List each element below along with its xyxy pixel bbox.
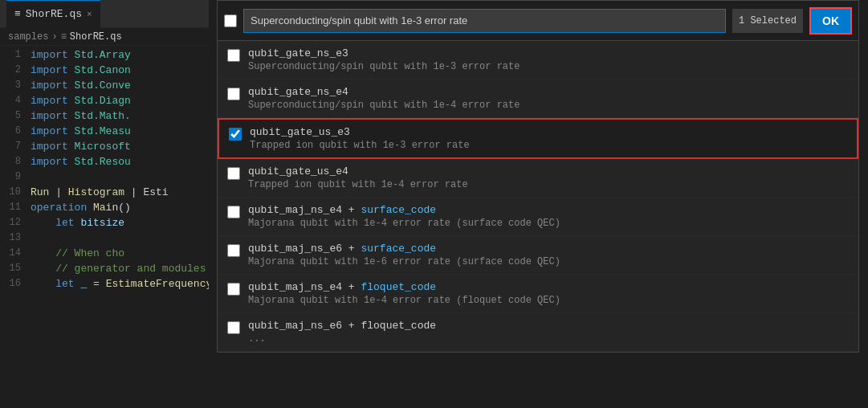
tab-close-button[interactable]: × xyxy=(87,10,92,19)
code-line: 2import Std.Canon xyxy=(0,64,209,80)
code-line: 11operation Main() xyxy=(0,202,209,217)
line-number: 16 xyxy=(0,278,31,289)
line-number: 13 xyxy=(0,232,31,243)
ok-button[interactable]: OK xyxy=(809,7,852,35)
line-content: import Std.Diagn xyxy=(31,95,131,107)
dropdown-list: qubit_gate_ns_e3Superconducting/spin qub… xyxy=(218,41,858,352)
selected-badge: 1 Selected xyxy=(732,9,803,33)
item-name: qubit_maj_ns_e4 + surface_code xyxy=(248,204,560,216)
item-content: qubit_gate_us_e3Trapped ion qubit with 1… xyxy=(250,126,470,151)
code-line: 15 // generator and modules are not co-p… xyxy=(0,263,209,278)
code-line: 10Run | Histogram | Esti xyxy=(0,186,209,202)
search-input[interactable] xyxy=(243,9,726,33)
item-name: qubit_gate_ns_e4 xyxy=(248,86,520,98)
line-number: 4 xyxy=(0,95,31,106)
line-number: 11 xyxy=(0,202,31,213)
code-line: 1import Std.Array xyxy=(0,49,209,64)
item-content: qubit_maj_ns_e4 + floquet_codeMajorana q… xyxy=(248,281,560,306)
line-number: 9 xyxy=(0,171,31,182)
line-content: import Std.Conve xyxy=(31,80,131,92)
list-item[interactable]: qubit_maj_ns_e4 + surface_codeMajorana q… xyxy=(218,198,858,236)
item-desc: Superconducting/spin qubit with 1e-3 err… xyxy=(248,61,520,72)
breadcrumb-folder: samples xyxy=(8,31,48,43)
item-desc: Majorana qubit with 1e-4 error rate (sur… xyxy=(248,218,560,229)
item-content: qubit_gate_ns_e4Superconducting/spin qub… xyxy=(248,86,520,111)
item-checkbox[interactable] xyxy=(227,321,240,334)
line-number: 2 xyxy=(0,64,31,75)
line-number: 8 xyxy=(0,156,31,167)
line-content: Run | Histogram | Esti xyxy=(31,186,169,198)
item-desc: Majorana qubit with 1e-6 error rate (sur… xyxy=(248,256,560,267)
editor-panel: ≡ ShorRE.qs × samples › ≡ ShorRE.qs 1imp… xyxy=(0,0,209,408)
code-line: 4import Std.Diagn xyxy=(0,95,209,110)
line-number: 3 xyxy=(0,80,31,91)
editor-tab[interactable]: ≡ ShorRE.qs × xyxy=(6,0,100,28)
code-line: 13 xyxy=(0,232,209,247)
item-desc: Superconducting/spin qubit with 1e-4 err… xyxy=(248,100,520,111)
tab-bar: ≡ ShorRE.qs × xyxy=(0,0,209,28)
line-number: 1 xyxy=(0,49,31,60)
code-line: 6import Std.Measu xyxy=(0,125,209,141)
item-name: qubit_maj_ns_e6 + floquet_code xyxy=(248,320,436,332)
item-name: qubit_gate_ns_e3 xyxy=(248,47,520,59)
item-checkbox[interactable] xyxy=(227,88,240,100)
item-checkbox[interactable] xyxy=(227,167,240,180)
item-name: qubit_gate_us_e4 xyxy=(248,165,468,177)
item-checkbox[interactable] xyxy=(227,283,240,296)
code-line: 5import Std.Math. xyxy=(0,110,209,125)
line-number: 7 xyxy=(0,141,31,152)
code-line: 3import Std.Conve xyxy=(0,80,209,95)
tab-filename: ShorRE.qs xyxy=(26,8,82,20)
target-dropdown: 1 Selected OK qubit_gate_ns_e3Supercondu… xyxy=(217,0,859,353)
breadcrumb-file: ShorRE.qs xyxy=(70,31,122,43)
item-content: qubit_maj_ns_e6 + floquet_code... xyxy=(248,320,436,345)
line-content: // When cho xyxy=(31,247,124,259)
list-item[interactable]: qubit_gate_ns_e3Superconducting/spin qub… xyxy=(218,41,858,80)
code-editor[interactable]: 1import Std.Array2import Std.Canon3impor… xyxy=(0,46,209,296)
line-number: 12 xyxy=(0,217,31,228)
line-content: let _ = EstimateFrequency(11, 2^bitsize … xyxy=(31,278,209,290)
code-line: 12 let bitsize xyxy=(0,217,209,232)
code-line: 14 // When cho xyxy=(0,247,209,263)
line-content: import Std.Math. xyxy=(31,110,131,122)
line-content: operation Main() xyxy=(31,202,131,214)
list-item[interactable]: qubit_maj_ns_e6 + surface_codeMajorana q… xyxy=(218,236,858,275)
line-content: // generator and modules are not co-prim… xyxy=(31,263,209,275)
line-number: 5 xyxy=(0,110,31,121)
line-content: import Std.Canon xyxy=(31,64,131,76)
item-desc: Trapped ion qubit with 1e-3 error rate xyxy=(250,140,470,151)
select-all-checkbox[interactable] xyxy=(224,14,237,27)
item-content: qubit_maj_ns_e6 + surface_codeMajorana q… xyxy=(248,243,560,267)
line-content: import Microsoft xyxy=(31,141,131,153)
line-content: import Std.Resou xyxy=(31,156,131,168)
item-content: qubit_gate_ns_e3Superconducting/spin qub… xyxy=(248,47,520,72)
line-content: import Std.Measu xyxy=(31,125,131,137)
item-checkbox[interactable] xyxy=(227,244,240,257)
item-desc: ... xyxy=(248,333,436,345)
code-line: 16 let _ = EstimateFrequency(11, 2^bitsi… xyxy=(0,278,209,293)
code-line: 7import Microsoft xyxy=(0,141,209,156)
line-number: 15 xyxy=(0,263,31,274)
item-name: qubit_maj_ns_e6 + surface_code xyxy=(248,243,560,255)
breadcrumb-file-icon: ≡ xyxy=(61,31,67,43)
list-item[interactable]: qubit_gate_us_e4Trapped ion qubit with 1… xyxy=(218,159,858,198)
item-content: qubit_maj_ns_e4 + surface_codeMajorana q… xyxy=(248,204,560,229)
item-checkbox[interactable] xyxy=(227,206,240,218)
list-item[interactable]: qubit_maj_ns_e4 + floquet_codeMajorana q… xyxy=(218,275,858,313)
item-name: qubit_gate_us_e3 xyxy=(250,126,470,138)
line-content: let bitsize xyxy=(31,217,124,229)
item-name: qubit_maj_ns_e4 + floquet_code xyxy=(248,281,560,293)
list-item[interactable]: qubit_maj_ns_e6 + floquet_code... xyxy=(218,313,858,352)
list-item[interactable]: qubit_gate_ns_e4Superconducting/spin qub… xyxy=(218,80,858,118)
breadcrumb-sep: › xyxy=(51,31,57,43)
code-line: 9 xyxy=(0,171,209,186)
breadcrumb: samples › ≡ ShorRE.qs xyxy=(0,28,209,46)
dropdown-header: 1 Selected OK xyxy=(218,1,858,41)
item-desc: Trapped ion qubit with 1e-4 error rate xyxy=(248,179,468,190)
code-line: 8import Std.Resou xyxy=(0,156,209,171)
list-item[interactable]: qubit_gate_us_e3Trapped ion qubit with 1… xyxy=(218,118,858,159)
item-checkbox[interactable] xyxy=(229,128,242,141)
item-checkbox[interactable] xyxy=(227,49,240,62)
item-desc: Majorana qubit with 1e-4 error rate (flo… xyxy=(248,295,560,306)
line-number: 6 xyxy=(0,125,31,137)
